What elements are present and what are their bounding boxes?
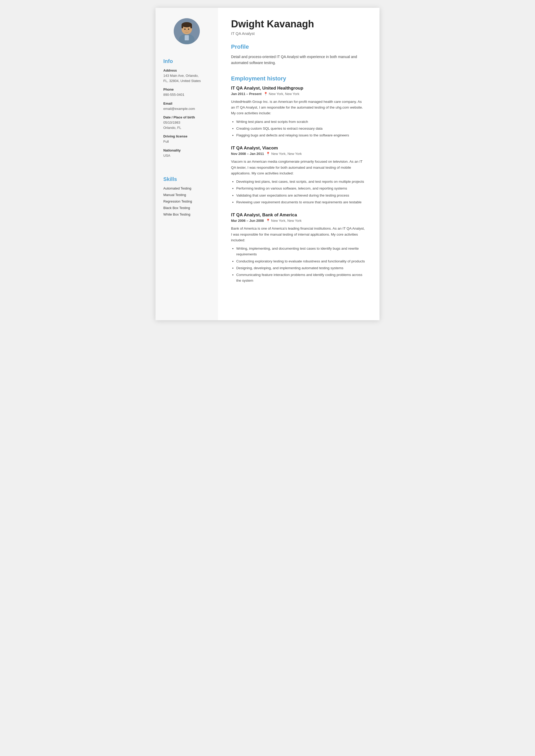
info-label: Nationality bbox=[163, 148, 210, 152]
avatar-container bbox=[155, 8, 218, 52]
bullet-item: Writing test plans and test scripts from… bbox=[236, 119, 366, 125]
svg-point-10 bbox=[184, 32, 189, 34]
skills-section: Skills Automated TestingManual TestingRe… bbox=[155, 170, 218, 222]
info-item: Date / Place of birth 05/10/1983Orlando,… bbox=[163, 115, 210, 130]
info-value: Full bbox=[163, 139, 210, 144]
svg-point-8 bbox=[188, 29, 189, 30]
skill-item: Manual Testing bbox=[163, 193, 210, 197]
svg-rect-5 bbox=[182, 25, 183, 28]
job-bullets: Writing test plans and test scripts from… bbox=[236, 119, 366, 139]
info-label: Date / Place of birth bbox=[163, 115, 210, 119]
location-icon: 📍 bbox=[266, 219, 270, 223]
skill-item: Black Box Testing bbox=[163, 206, 210, 210]
profile-text: Detail and process-oriented IT QA Analys… bbox=[231, 54, 366, 66]
bullet-item: Writing, implementing, and documenting t… bbox=[236, 246, 366, 257]
svg-rect-2 bbox=[185, 35, 189, 40]
job-location: 📍 New York, New York bbox=[266, 219, 302, 223]
bullet-item: Reviewing user requirement documents to … bbox=[236, 200, 366, 205]
bullet-item: Designing, developing, and implementing … bbox=[236, 265, 366, 271]
job-description: Viacom is an American media conglomerate… bbox=[231, 159, 366, 176]
bullet-item: Creating custom SQL queries to extract n… bbox=[236, 126, 366, 131]
job-bullets: Developing test plans, test cases, test … bbox=[236, 179, 366, 205]
job-dates: Jan 2011 – Present bbox=[231, 92, 262, 96]
info-value: 890-555-0401 bbox=[163, 92, 210, 97]
skill-item: Automated Testing bbox=[163, 186, 210, 190]
info-label: Driving license bbox=[163, 134, 210, 138]
job-dates: Mar 2006 – Jun 2008 bbox=[231, 219, 264, 223]
info-item: Driving license Full bbox=[163, 134, 210, 144]
job-description: UnitedHealth Group Inc. is an American f… bbox=[231, 99, 366, 116]
job-entry: IT QA Analyst, Viacom Nov 2008 – Jan 201… bbox=[231, 146, 366, 205]
job-dates: Nov 2008 – Jan 2011 bbox=[231, 152, 264, 156]
avatar bbox=[174, 18, 200, 44]
profile-section-title: Profile bbox=[231, 43, 366, 50]
main-content: Dwight Kavanagh IT QA Analyst Profile De… bbox=[218, 8, 380, 320]
skills-title: Skills bbox=[163, 176, 210, 182]
location-icon: 📍 bbox=[264, 92, 268, 96]
info-value: 143 Main Ave, Orlando,FL, 32804, United … bbox=[163, 73, 210, 83]
info-items: Address 143 Main Ave, Orlando,FL, 32804,… bbox=[163, 68, 210, 158]
info-label: Phone bbox=[163, 88, 210, 92]
info-section: Info Address 143 Main Ave, Orlando,FL, 3… bbox=[155, 52, 218, 165]
skills-list: Automated TestingManual TestingRegressio… bbox=[163, 186, 210, 216]
skill-item: Regression Testing bbox=[163, 200, 210, 203]
job-title: IT QA Analyst, Bank of America bbox=[231, 212, 366, 218]
bullet-item: Developing test plans, test cases, test … bbox=[236, 179, 366, 185]
job-bullets: Writing, implementing, and documenting t… bbox=[236, 246, 366, 284]
employment-section: Employment history IT QA Analyst, United… bbox=[231, 75, 366, 284]
skill-item: White Box Testing bbox=[163, 212, 210, 216]
info-item: Address 143 Main Ave, Orlando,FL, 32804,… bbox=[163, 68, 210, 83]
job-meta: Jan 2011 – Present 📍 New York, New York bbox=[231, 92, 366, 96]
resume-container: Info Address 143 Main Ave, Orlando,FL, 3… bbox=[155, 8, 380, 320]
jobs-list: IT QA Analyst, United Healthgroup Jan 20… bbox=[231, 86, 366, 284]
job-description: Bank of America is one of America's lead… bbox=[231, 226, 366, 243]
employment-title: Employment history bbox=[231, 75, 366, 82]
info-item: Nationality USA bbox=[163, 148, 210, 158]
job-title: IT QA Analyst, United Healthgroup bbox=[231, 86, 366, 91]
candidate-name: Dwight Kavanagh bbox=[231, 18, 366, 30]
job-title: IT QA Analyst, Viacom bbox=[231, 146, 366, 151]
bullet-item: Performing testing on various software, … bbox=[236, 186, 366, 191]
info-title: Info bbox=[163, 58, 210, 64]
info-value: 05/10/1983Orlando, FL bbox=[163, 120, 210, 130]
info-label: Address bbox=[163, 68, 210, 72]
info-item: Email email@example.com bbox=[163, 101, 210, 111]
sidebar: Info Address 143 Main Ave, Orlando,FL, 3… bbox=[155, 8, 218, 320]
svg-point-9 bbox=[186, 31, 187, 31]
job-entry: IT QA Analyst, United Healthgroup Jan 20… bbox=[231, 86, 366, 139]
info-item: Phone 890-555-0401 bbox=[163, 88, 210, 97]
svg-point-7 bbox=[184, 29, 186, 30]
job-entry: IT QA Analyst, Bank of America Mar 2006 … bbox=[231, 212, 366, 284]
candidate-title: IT QA Analyst bbox=[231, 31, 366, 36]
info-value: email@example.com bbox=[163, 106, 210, 111]
location-icon: 📍 bbox=[266, 152, 270, 156]
bullet-item: Communicating feature interaction proble… bbox=[236, 272, 366, 284]
job-meta: Mar 2006 – Jun 2008 📍 New York, New York bbox=[231, 219, 366, 223]
job-location: 📍 New York, New York bbox=[266, 152, 302, 156]
info-label: Email bbox=[163, 101, 210, 105]
bullet-item: Flagging bugs and defects and relaying i… bbox=[236, 132, 366, 138]
resume-header: Dwight Kavanagh IT QA Analyst bbox=[231, 18, 366, 36]
job-location: 📍 New York, New York bbox=[264, 92, 299, 96]
info-value: USA bbox=[163, 153, 210, 158]
profile-section: Profile Detail and process-oriented IT Q… bbox=[231, 43, 366, 66]
job-meta: Nov 2008 – Jan 2011 📍 New York, New York bbox=[231, 152, 366, 156]
svg-rect-6 bbox=[190, 25, 192, 28]
bullet-item: Validating that user expectations are ac… bbox=[236, 193, 366, 198]
bullet-item: Conducting exploratory testing to evalua… bbox=[236, 258, 366, 264]
